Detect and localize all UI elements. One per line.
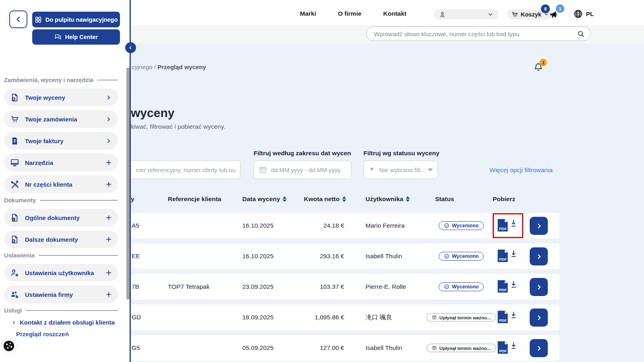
quote-user: Isabell Thulin (365, 344, 402, 352)
chevron-right-icon (105, 116, 111, 122)
row-open-button[interactable] (530, 309, 548, 327)
grid-icon (35, 16, 42, 23)
col-header-date[interactable]: Data wyceny (242, 195, 287, 203)
sidebar-scrollbar-thumb[interactable] (126, 68, 130, 300)
announcement-count-badge: 1 (556, 4, 564, 13)
sidebar-item-twoje-zamówienia[interactable]: Twoje zamówienia (4, 110, 118, 128)
plus-icon: + (106, 268, 111, 278)
document-info-icon (10, 213, 19, 222)
site-search (366, 27, 591, 41)
sidebar-item-twoje-faktury[interactable]: Twoje faktury (4, 132, 118, 150)
col-header-download: Pobierz (493, 195, 515, 203)
check-circle-icon (444, 253, 450, 259)
check-circle-icon (444, 223, 450, 228)
nav-item-o-firmie[interactable]: O firmie (338, 10, 362, 17)
col-header-amount[interactable]: Kwota netto (304, 195, 346, 203)
search-input[interactable] (374, 31, 577, 37)
sidebar-item-ustawienia-firmy[interactable]: Ustawienia firmy+ (4, 286, 118, 303)
sidebar-item-dalsze-dokumenty[interactable]: Dalsze dokumenty+ (4, 230, 118, 248)
sidebar-item-nr-części-klienta[interactable]: Nr części klienta+ (4, 175, 118, 193)
download-arrow-icon (510, 250, 517, 258)
sidebar-item-ogólne-dokumenty[interactable]: Ogólne dokumenty+ (4, 209, 118, 226)
status-filter-value: Nie wybrano filt... (379, 167, 424, 173)
quote-number: EE (132, 253, 140, 260)
plus-icon: + (106, 234, 111, 244)
cart-icon (10, 115, 19, 124)
more-filter-options-link[interactable]: Więcej opcji filtrowania (489, 167, 553, 174)
chevron-right-icon (11, 320, 16, 325)
chevron-left-icon (14, 15, 23, 23)
download-arrow-icon (510, 311, 517, 319)
quote-number: 7B (132, 283, 139, 290)
sidebar-link-kontakt-z-działem-obsługi-klienta[interactable]: Kontakt z działem obsługi klienta (4, 319, 118, 326)
monitor-icon (10, 158, 19, 167)
sort-icon[interactable] (406, 196, 410, 202)
dashboard-button[interactable]: Do pulpitu nawigacyjnego (32, 12, 120, 27)
chevron-left-icon (128, 45, 133, 50)
net-amount: 103.37 € (280, 283, 344, 290)
back-button[interactable] (9, 10, 27, 28)
sidebar-section-label: Dokumenty (4, 197, 118, 204)
cart-label: Koszyk (521, 11, 541, 18)
pdf-download-button[interactable]: PDF (497, 249, 517, 263)
user-account-dropdown[interactable] (434, 9, 498, 19)
highlight-box (493, 213, 523, 238)
date-filter-label: Filtruj według zakresu dat wycen (254, 150, 351, 157)
col-header-user[interactable]: Użytkownika (365, 195, 410, 203)
nav-item-kontakt[interactable]: Kontakt (383, 10, 407, 17)
date-range-picker[interactable]: dd.MM.yyyy - dd.MM.yyyy (254, 160, 351, 179)
table-row: EE16.10.2025293.16 €Isabell ThulinWyceni… (131, 243, 559, 269)
row-open-button[interactable] (530, 247, 548, 265)
chevron-right-icon (535, 314, 543, 321)
sidebar-section-label: Usługi (4, 307, 118, 314)
sidebar-sections: Zamówienia, wyceny i narzędziaTwoje wyce… (4, 74, 118, 342)
row-open-button[interactable] (530, 339, 548, 357)
sidebar-link-przegląd-roszczeń[interactable]: Przegląd roszczeń (4, 331, 118, 337)
breadcrumb[interactable]: cyjnego / Przegląd wyceny (132, 64, 206, 70)
cookie-settings-button[interactable] (1, 338, 17, 354)
sidebar-section-label: Ustawienia (4, 252, 118, 259)
user-gear-icon (10, 268, 19, 278)
chevron-right-icon (535, 345, 543, 352)
nav-item-marki[interactable]: Marki (300, 10, 316, 17)
sidebar-item-narzędzia[interactable]: Narzędzia+ (4, 154, 118, 171)
net-amount: 1,095.86 € (280, 314, 344, 321)
language-label: PL (586, 10, 594, 17)
pdf-download-button[interactable]: PDF (497, 280, 517, 293)
search-icon[interactable] (577, 30, 585, 38)
quote-date: 18.09.2025 (242, 314, 274, 321)
breadcrumb-current: Przegląd wyceny (157, 64, 206, 70)
pdf-download-button[interactable]: PDF (497, 341, 517, 354)
status-filter-label: Filtruj wg statusu wyceny (363, 150, 440, 157)
status-filter-select[interactable]: Nie wybrano filt... (363, 160, 438, 179)
language-selector[interactable]: PL (573, 9, 594, 19)
date-range-placeholder: dd.MM.yyyy - dd.MM.yyyy (271, 167, 341, 173)
reference-search-input[interactable] (136, 167, 235, 173)
help-center-button[interactable]: Help Center (32, 29, 120, 45)
quote-number: G5 (132, 344, 140, 352)
cart-count-badge: 8 (541, 4, 550, 13)
quote-date: 05.09.2025 (242, 344, 274, 352)
chevron-right-icon (105, 95, 111, 101)
plus-icon: + (106, 158, 111, 167)
row-open-button[interactable] (530, 217, 548, 235)
svg-text:PDF: PDF (499, 349, 507, 353)
chevron-right-icon (105, 138, 111, 144)
net-amount: 127.00 € (280, 344, 344, 352)
sort-icon[interactable] (283, 196, 287, 202)
sort-icon[interactable] (342, 196, 346, 202)
pdf-download-button[interactable]: PDF (497, 310, 517, 324)
sidebar-item-ustawienia-użytkownika[interactable]: Ustawienia użytkownika+ (4, 264, 118, 282)
status-badge: Upłynął termin ważno... (427, 344, 496, 352)
row-open-button[interactable] (530, 278, 548, 296)
sidebar-collapse-toggle[interactable] (125, 42, 136, 53)
quote-user: Isabell Thulin (365, 253, 402, 260)
quote-user: Mario Ferreira (365, 222, 405, 229)
calendar-x-icon (432, 315, 437, 320)
pdf-file-icon: PDF (497, 249, 508, 263)
sidebar-item-twoje-wyceny[interactable]: Twoje wyceny (4, 88, 118, 106)
pdf-file-icon: PDF (497, 280, 508, 293)
breadcrumb-parent[interactable]: cyjnego / (132, 64, 157, 70)
page-subtitle: kiwać, filtrować i pobierać wyceny. (131, 123, 225, 130)
status-badge: Upłynął termin ważno... (427, 313, 496, 322)
